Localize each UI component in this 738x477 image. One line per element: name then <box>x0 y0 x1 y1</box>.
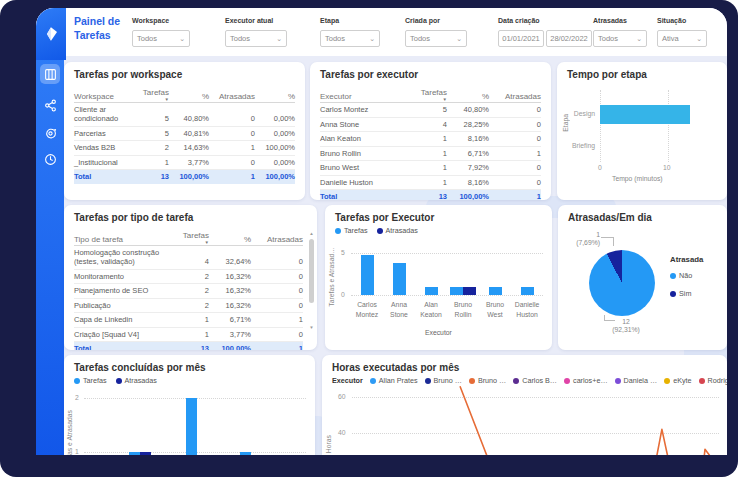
table-row[interactable]: Vendas B2B214,63%1100,00% <box>74 141 295 156</box>
legend-dot <box>670 291 676 297</box>
column-header[interactable]: Executor <box>320 92 413 101</box>
bar-tarefas[interactable] <box>521 287 534 295</box>
sidebar-item-share[interactable] <box>40 95 60 115</box>
card-atrasadas-em-dia: Atrasadas/Em dia 1(7,69%) 12(92,31%) Atr… <box>558 205 727 350</box>
bar-group <box>353 255 381 295</box>
column-header[interactable]: Atrasadas <box>209 92 255 101</box>
table-cell: Alan Keaton <box>320 134 413 143</box>
table-cell: 1 <box>489 192 541 200</box>
column-header[interactable]: Tipo de tarefa <box>74 235 175 244</box>
bar-tarefas[interactable] <box>186 398 197 455</box>
column-header[interactable]: Atrasadas <box>251 235 303 244</box>
bar-group <box>180 355 204 455</box>
share-icon <box>44 99 57 112</box>
table-row[interactable]: Parcerias540,81%00,00% <box>74 127 295 142</box>
table-cell: 0 <box>251 272 303 281</box>
sidebar-item-board[interactable] <box>40 64 60 84</box>
legend-item[interactable]: Tarefas <box>335 226 368 235</box>
date-from-input[interactable]: 01/01/2021 <box>498 30 544 47</box>
bar-atrasadas[interactable] <box>140 452 151 455</box>
table-cell: _Institucional <box>74 158 139 167</box>
bar-tarefas[interactable] <box>129 452 140 455</box>
table-row[interactable]: Alan Keaton18,16%0 <box>320 132 541 147</box>
table-row[interactable]: Danielle Huston18,16%0 <box>320 176 541 191</box>
bar-tarefas[interactable] <box>425 287 438 295</box>
clock-icon <box>44 153 57 166</box>
bar-tarefas[interactable] <box>361 255 374 295</box>
column-header[interactable]: Tarefas▼ <box>139 88 169 101</box>
table-cell: Bruno Rollin <box>320 149 413 158</box>
legend-item[interactable]: Sim <box>670 289 691 298</box>
bar-group <box>234 355 258 455</box>
column-header[interactable]: Tarefas▼ <box>175 231 209 244</box>
column-header[interactable]: Tarefas▼ <box>413 88 447 101</box>
table-total-row: Total13100,00%1 <box>320 190 541 200</box>
column-header[interactable]: % <box>255 92 295 101</box>
filter-select[interactable]: Todos⌄ <box>593 30 647 47</box>
table-row[interactable]: Monitoramento216,32%0 <box>74 270 303 285</box>
table-cell: 13 <box>139 172 169 181</box>
legend-dot <box>74 378 80 384</box>
filter-select[interactable]: Todos⌄ <box>132 30 190 47</box>
design-bar[interactable] <box>600 105 690 124</box>
date-to-input[interactable]: 28/02/2022 <box>546 30 592 47</box>
sidebar-item-chat[interactable] <box>40 123 60 143</box>
table-cell: Parcerias <box>74 129 139 138</box>
table-row[interactable]: _Institucional13,77%00,00% <box>74 156 295 171</box>
table-cell: 1 <box>209 172 255 181</box>
column-header[interactable]: % <box>209 235 251 244</box>
atrasadas-pie[interactable] <box>589 250 655 316</box>
app-window: Painel de Tarefas WorkspaceTodos⌄Executo… <box>36 8 727 455</box>
bar-tarefas[interactable] <box>393 263 406 295</box>
table-cell: 4 <box>413 120 447 129</box>
table-cell: 6,71% <box>447 149 489 158</box>
legend-item[interactable]: Atrasadas <box>377 226 418 235</box>
table-row[interactable]: Anna Stone428,25%0 <box>320 118 541 133</box>
table-cell: 13 <box>413 192 447 200</box>
card-title: Tarefas por Executor <box>335 212 434 223</box>
table-cell: Anna Stone <box>320 120 413 129</box>
table-row[interactable]: Criação [Squad V4]13,77%0 <box>74 328 303 343</box>
table-cell: 32,64% <box>209 257 251 266</box>
table-cell: 1 <box>175 330 209 339</box>
app-logo[interactable] <box>36 8 66 60</box>
table-row[interactable]: Carlos Montez540,80%0 <box>320 103 541 118</box>
bar-atrasadas[interactable] <box>463 287 476 295</box>
bar-group <box>417 287 445 295</box>
filter-label: Workspace <box>132 17 169 24</box>
legend-item[interactable]: Não <box>670 271 692 280</box>
table-row[interactable]: Publicação216,32%0 <box>74 299 303 314</box>
table-row[interactable]: Cliente ar condicionado540,80%00,00% <box>74 103 295 127</box>
x-tick: 0 <box>598 164 602 171</box>
pie-label-sim: 1(7,69%) <box>566 231 600 248</box>
column-header[interactable]: Workspace <box>74 92 139 101</box>
table-row[interactable]: Bruno Rollin16,71%1 <box>320 147 541 162</box>
column-header[interactable]: Atrasadas <box>489 92 541 101</box>
table-row[interactable]: Bruno West17,92%0 <box>320 161 541 176</box>
column-header[interactable]: % <box>169 92 209 101</box>
filter-select[interactable]: Ativa⌄ <box>657 30 707 47</box>
bar-tarefas[interactable] <box>450 287 463 295</box>
table-cell: 100,00% <box>169 172 209 181</box>
table-cell: 3,77% <box>209 330 251 339</box>
scroll-thumb[interactable] <box>309 239 314 303</box>
table-cell: 1 <box>489 149 541 158</box>
sidebar-item-history[interactable] <box>40 149 60 169</box>
bar-tarefas[interactable] <box>489 287 502 295</box>
table-cell: 5 <box>413 105 447 114</box>
legend-dot <box>335 228 341 234</box>
table-cell: 3,77% <box>169 158 209 167</box>
filter-select[interactable]: Todos⌄ <box>320 30 380 47</box>
column-header[interactable]: % <box>447 92 489 101</box>
table-row[interactable]: Planejamento de SEO216,32%0 <box>74 284 303 299</box>
scroll-up-icon[interactable]: ▲ <box>308 231 315 236</box>
scrollbar[interactable]: ▲ ▼ <box>308 231 315 331</box>
bar-tarefas[interactable] <box>240 452 251 455</box>
horas-line-chart[interactable] <box>352 355 717 455</box>
bar-group <box>449 287 477 295</box>
filter-select[interactable]: Todos⌄ <box>225 30 287 47</box>
table-row[interactable]: Homologação construção (testes, validaçã… <box>74 246 303 270</box>
table-row[interactable]: Capa de Linkedin16,71%1 <box>74 313 303 328</box>
scroll-down-icon[interactable]: ▼ <box>308 325 315 330</box>
filter-select[interactable]: Todos⌄ <box>405 30 467 47</box>
